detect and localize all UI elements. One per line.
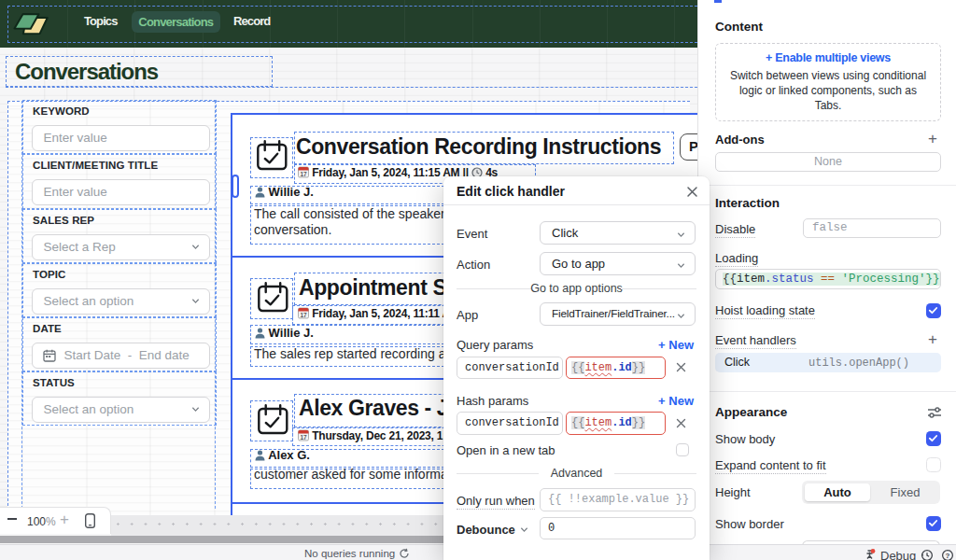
svg-text:17: 17 xyxy=(301,434,307,441)
svg-text:17: 17 xyxy=(301,312,307,318)
svg-text:?: ? xyxy=(946,552,950,560)
svg-text:17: 17 xyxy=(301,171,307,177)
